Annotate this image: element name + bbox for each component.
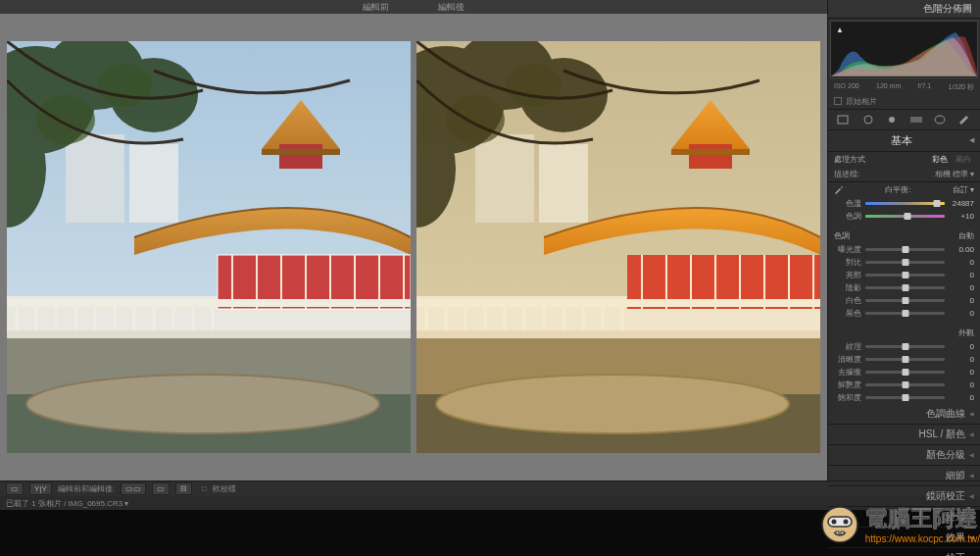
compare-mode-2[interactable]: ▭ bbox=[152, 482, 170, 495]
svg-point-38 bbox=[97, 64, 152, 107]
shutter-value: 1/320 秒 bbox=[949, 82, 974, 92]
tint-value[interactable]: +10 bbox=[949, 212, 974, 221]
saturation-slider[interactable] bbox=[865, 396, 945, 399]
contrast-slider[interactable] bbox=[865, 261, 945, 264]
profile-value[interactable]: 相機 標準 ▾ bbox=[935, 169, 974, 179]
exposure-value[interactable]: 0.00 bbox=[949, 245, 974, 254]
tone-curve-panel[interactable]: 色調曲線◀ bbox=[828, 404, 980, 425]
basic-panel-header[interactable]: 基本 ◀ bbox=[828, 130, 980, 152]
develop-sidebar: 色階分佈圖 ▲ ISO 200 120 mm f/7.1 1/320 秒 原始相… bbox=[827, 0, 980, 480]
dehaze-slider[interactable] bbox=[865, 371, 945, 374]
highlights-value[interactable]: 0 bbox=[949, 271, 974, 279]
wb-label: 白平衡: bbox=[885, 184, 910, 195]
dehaze-value[interactable]: 0 bbox=[949, 368, 974, 377]
vibrance-label: 鮮艷度 bbox=[834, 379, 861, 390]
highlights-slider[interactable] bbox=[865, 274, 945, 277]
before-image[interactable] bbox=[7, 41, 411, 453]
saturation-label: 飽和度 bbox=[834, 392, 861, 403]
watermark-logo-icon bbox=[820, 505, 859, 544]
status-count: 1 張相片 bbox=[31, 498, 62, 509]
svg-point-80 bbox=[889, 117, 895, 123]
eyedropper-icon[interactable] bbox=[834, 184, 844, 194]
triangle-icon: ◀ bbox=[969, 136, 974, 144]
tint-label: 色調 bbox=[834, 211, 861, 222]
svg-rect-57 bbox=[416, 299, 820, 307]
clarity-slider[interactable] bbox=[865, 358, 945, 361]
original-label: 原始相片 bbox=[846, 96, 877, 107]
vibrance-slider[interactable] bbox=[865, 383, 945, 386]
histogram[interactable]: ▲ bbox=[830, 21, 978, 78]
saturation-value[interactable]: 0 bbox=[949, 393, 974, 402]
compare-mode-3[interactable]: ⊟ bbox=[175, 482, 192, 495]
tint-slider[interactable] bbox=[865, 215, 945, 218]
clarity-label: 清晰度 bbox=[834, 354, 861, 365]
treatment-label: 處理方式 bbox=[834, 154, 865, 165]
clarity-value[interactable]: 0 bbox=[949, 355, 974, 364]
soft-proof-label[interactable]: 軟校樣 bbox=[213, 483, 236, 494]
auto-tone[interactable]: 自動 bbox=[958, 230, 974, 241]
svg-point-32 bbox=[26, 375, 379, 433]
shadows-slider[interactable] bbox=[865, 286, 945, 289]
svg-point-37 bbox=[36, 95, 95, 144]
blacks-value[interactable]: 0 bbox=[949, 309, 974, 318]
svg-rect-81 bbox=[910, 117, 922, 123]
calibration-panel[interactable]: 校正◀ bbox=[828, 548, 980, 556]
dehaze-label: 去朦朧 bbox=[834, 367, 861, 378]
texture-slider[interactable] bbox=[865, 345, 945, 348]
profile-label: 描述檔: bbox=[834, 169, 859, 179]
svg-point-82 bbox=[935, 116, 945, 124]
radial-tool-icon[interactable] bbox=[932, 114, 948, 126]
basic-title: 基本 bbox=[891, 133, 912, 148]
temp-slider[interactable] bbox=[865, 202, 945, 205]
after-image[interactable] bbox=[416, 41, 820, 453]
svg-point-76 bbox=[507, 64, 562, 107]
brush-tool-icon[interactable] bbox=[956, 114, 972, 126]
spot-tool-icon[interactable] bbox=[860, 114, 876, 126]
svg-point-85 bbox=[831, 519, 836, 524]
tone-section: 色調 bbox=[834, 230, 850, 241]
compare-mode-1[interactable]: ▭▭ bbox=[121, 482, 146, 495]
gradient-tool-icon[interactable] bbox=[908, 114, 924, 126]
svg-text:▲: ▲ bbox=[836, 25, 844, 34]
texture-value[interactable]: 0 bbox=[949, 342, 974, 351]
treatment-color[interactable]: 彩色 bbox=[929, 154, 951, 165]
iso-value: ISO 200 bbox=[834, 82, 859, 92]
svg-rect-7 bbox=[279, 144, 322, 169]
compare-label: 編輯前和編輯後: bbox=[58, 483, 115, 494]
whites-slider[interactable] bbox=[865, 299, 945, 302]
redeye-tool-icon[interactable] bbox=[884, 114, 900, 126]
watermark-title: 電腦王阿達 bbox=[865, 504, 980, 533]
wb-preset[interactable]: 自訂 ▾ bbox=[953, 184, 974, 195]
blacks-slider[interactable] bbox=[865, 312, 945, 315]
crop-tool-icon[interactable] bbox=[836, 114, 852, 126]
svg-rect-44 bbox=[539, 144, 588, 223]
temp-label: 色溫 bbox=[834, 198, 861, 209]
svg-rect-31 bbox=[7, 330, 411, 338]
shadows-value[interactable]: 0 bbox=[949, 283, 974, 292]
whites-label: 白色 bbox=[834, 295, 861, 306]
color-grading-panel[interactable]: 顏色分級◀ bbox=[828, 445, 980, 466]
contrast-value[interactable]: 0 bbox=[949, 258, 974, 267]
loupe-view-button[interactable]: ▭ bbox=[6, 482, 24, 495]
temp-value[interactable]: 24887 bbox=[949, 199, 974, 208]
vibrance-value[interactable]: 0 bbox=[949, 380, 974, 389]
svg-rect-43 bbox=[475, 134, 534, 223]
svg-rect-88 bbox=[841, 531, 844, 534]
detail-panel[interactable]: 細節◀ bbox=[828, 466, 980, 486]
lens-value: 120 mm bbox=[876, 82, 901, 92]
whites-value[interactable]: 0 bbox=[949, 296, 974, 305]
before-label: 編輯前 bbox=[343, 0, 409, 14]
presence-section: 外觀 bbox=[958, 328, 974, 338]
exposure-slider[interactable] bbox=[865, 248, 945, 251]
watermark-url: https://www.kocpc.com.tw/ bbox=[865, 533, 980, 544]
treatment-bw[interactable]: 黑白 bbox=[953, 154, 974, 165]
svg-rect-19 bbox=[7, 299, 411, 307]
original-checkbox[interactable] bbox=[834, 97, 842, 105]
svg-rect-8 bbox=[262, 149, 340, 155]
triangle-icon: ◀ bbox=[969, 472, 974, 479]
triangle-icon: ◀ bbox=[969, 410, 974, 417]
compare-view-button[interactable]: Y|Y bbox=[29, 482, 52, 495]
view-labels: 編輯前 編輯後 bbox=[0, 0, 827, 14]
exposure-label: 曝光度 bbox=[834, 244, 861, 255]
hsl-panel[interactable]: HSL / 顏色◀ bbox=[828, 425, 980, 445]
